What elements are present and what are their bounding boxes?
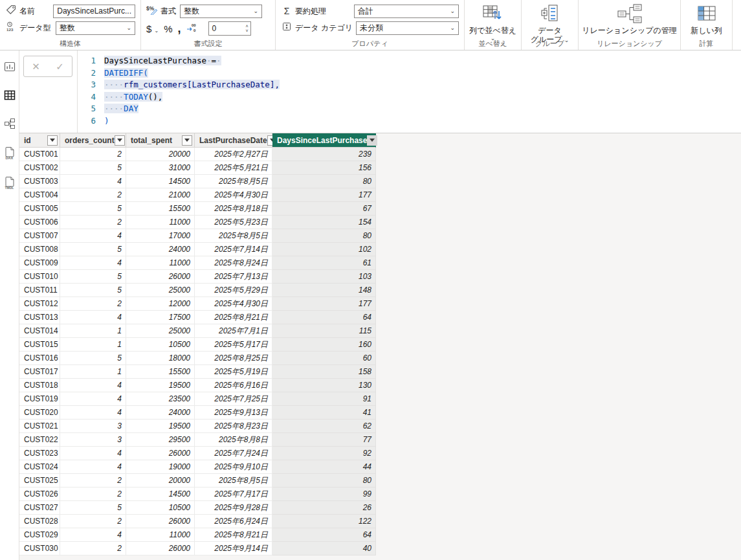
datatype-dropdown[interactable]: 整数⌄ xyxy=(56,21,135,35)
table-cell[interactable]: 2025年4月30日 xyxy=(195,188,272,202)
table-cell[interactable]: CUST018 xyxy=(19,379,60,392)
table-cell[interactable]: 92 xyxy=(272,447,376,460)
table-cell[interactable]: 4 xyxy=(60,528,126,542)
table-cell[interactable]: 2025年5月23日 xyxy=(195,216,272,229)
table-cell[interactable]: 2025年5月19日 xyxy=(195,365,272,379)
data-view-icon[interactable] xyxy=(4,89,16,104)
table-cell[interactable]: CUST005 xyxy=(19,202,60,216)
tmdl-view-icon[interactable]: TMDL xyxy=(4,176,16,192)
cancel-formula-icon[interactable]: ✕ xyxy=(32,61,40,73)
table-cell[interactable]: 115 xyxy=(272,324,376,338)
table-cell[interactable]: 23500 xyxy=(126,392,195,406)
table-cell[interactable]: 2025年8月24日 xyxy=(195,256,272,270)
table-cell[interactable]: 2025年2月27日 xyxy=(195,148,272,161)
table-cell[interactable]: 18000 xyxy=(126,352,195,365)
column-header-id[interactable]: id xyxy=(19,133,60,148)
table-cell[interactable]: 44 xyxy=(272,460,376,474)
table-cell[interactable]: 26000 xyxy=(126,270,195,284)
table-cell[interactable]: 2025年5月17日 xyxy=(195,338,272,352)
dax-editor[interactable]: 1DaysSinceLastPurchase·=·2DATEDIFF(3····… xyxy=(78,50,741,133)
table-cell[interactable]: CUST009 xyxy=(19,256,60,270)
table-cell[interactable]: 1 xyxy=(60,338,126,352)
table-cell[interactable]: 4 xyxy=(60,311,126,324)
table-cell[interactable]: 2025年8月5日 xyxy=(195,175,272,188)
table-cell[interactable]: 2025年5月29日 xyxy=(195,284,272,297)
table-cell[interactable]: 239 xyxy=(272,148,376,161)
table-cell[interactable]: 10500 xyxy=(126,338,195,352)
table-cell[interactable]: 2025年6月24日 xyxy=(195,515,272,528)
table-cell[interactable]: 4 xyxy=(60,256,126,270)
table-cell[interactable]: 11000 xyxy=(126,216,195,229)
table-cell[interactable]: 15500 xyxy=(126,202,195,216)
table-cell[interactable]: 2 xyxy=(60,474,126,487)
table-cell[interactable]: 148 xyxy=(272,284,376,297)
table-cell[interactable]: 2 xyxy=(60,148,126,161)
data-groups-button[interactable]: データ グループ ⌄ xyxy=(527,3,573,38)
table-cell[interactable]: 11000 xyxy=(126,528,195,542)
table-cell[interactable]: 11000 xyxy=(126,256,195,270)
table-cell[interactable]: 20000 xyxy=(126,148,195,161)
table-cell[interactable]: 4 xyxy=(60,447,126,460)
table-cell[interactable]: 2025年8月18日 xyxy=(195,202,272,216)
table-cell[interactable]: 26000 xyxy=(126,447,195,460)
table-cell[interactable]: 158 xyxy=(272,365,376,379)
table-cell[interactable]: CUST007 xyxy=(19,229,60,243)
table-cell[interactable]: 62 xyxy=(272,420,376,433)
table-cell[interactable]: 24000 xyxy=(126,243,195,256)
filter-dropdown-icon[interactable] xyxy=(47,135,58,146)
table-cell[interactable]: 177 xyxy=(272,297,376,311)
table-cell[interactable]: CUST020 xyxy=(19,406,60,420)
table-cell[interactable]: 1 xyxy=(60,324,126,338)
table-cell[interactable]: 4 xyxy=(60,460,126,474)
table-cell[interactable]: 4 xyxy=(60,379,126,392)
table-cell[interactable]: 2025年9月10日 xyxy=(195,460,272,474)
table-cell[interactable]: 1 xyxy=(60,365,126,379)
table-cell[interactable]: 99 xyxy=(272,487,376,501)
table-cell[interactable]: 160 xyxy=(272,338,376,352)
stepper-arrows-icon[interactable]: ˄˅ xyxy=(245,24,250,33)
table-cell[interactable]: 103 xyxy=(272,270,376,284)
table-cell[interactable]: CUST015 xyxy=(19,338,60,352)
table-cell[interactable]: CUST008 xyxy=(19,243,60,256)
report-view-icon[interactable] xyxy=(4,61,16,75)
column-header-orders_count[interactable]: orders_count xyxy=(60,133,126,148)
table-cell[interactable]: 5 xyxy=(60,501,126,515)
table-cell[interactable]: 2025年7月24日 xyxy=(195,447,272,460)
table-cell[interactable]: 2025年8月21日 xyxy=(195,311,272,324)
filter-dropdown-icon[interactable] xyxy=(367,135,377,146)
table-cell[interactable]: CUST030 xyxy=(19,542,60,555)
decimal-places-icon[interactable]: 000 xyxy=(186,22,198,35)
table-cell[interactable]: 80 xyxy=(272,474,376,487)
table-cell[interactable]: CUST027 xyxy=(19,501,60,515)
table-cell[interactable]: 12000 xyxy=(126,297,195,311)
table-cell[interactable]: 2025年8月23日 xyxy=(195,420,272,433)
table-cell[interactable]: 2025年8月25日 xyxy=(195,352,272,365)
table-cell[interactable]: 2025年8月5日 xyxy=(195,474,272,487)
table-cell[interactable]: 130 xyxy=(272,379,376,392)
summarization-dropdown[interactable]: 合計⌄ xyxy=(354,5,459,18)
table-cell[interactable]: 26000 xyxy=(126,542,195,555)
table-cell[interactable]: 2025年9月13日 xyxy=(195,406,272,420)
table-cell[interactable]: 156 xyxy=(272,161,376,175)
table-cell[interactable]: CUST029 xyxy=(19,528,60,542)
column-header-DaysSinceLastPurchase[interactable]: DaysSinceLastPurchase xyxy=(272,133,376,148)
table-cell[interactable]: 25000 xyxy=(126,324,195,338)
name-input[interactable]: DaysSinceLastPurc... xyxy=(53,5,135,18)
table-cell[interactable]: 2025年7月25日 xyxy=(195,392,272,406)
filter-dropdown-icon[interactable] xyxy=(115,135,125,146)
table-cell[interactable]: 2 xyxy=(60,297,126,311)
table-cell[interactable]: 24000 xyxy=(126,406,195,420)
data-category-dropdown[interactable]: 未分類⌄ xyxy=(356,21,459,35)
table-cell[interactable]: 177 xyxy=(272,188,376,202)
column-header-LastPurchaseDate[interactable]: LastPurchaseDate xyxy=(195,133,272,148)
table-cell[interactable]: CUST004 xyxy=(19,188,60,202)
table-cell[interactable]: CUST025 xyxy=(19,474,60,487)
table-cell[interactable]: 26000 xyxy=(126,515,195,528)
table-cell[interactable]: 2025年5月21日 xyxy=(195,161,272,175)
table-cell[interactable]: 4 xyxy=(60,392,126,406)
table-cell[interactable]: CUST006 xyxy=(19,216,60,229)
commit-formula-icon[interactable]: ✓ xyxy=(56,61,64,73)
table-cell[interactable]: CUST013 xyxy=(19,311,60,324)
table-cell[interactable]: 19000 xyxy=(126,460,195,474)
table-cell[interactable]: 25000 xyxy=(126,284,195,297)
